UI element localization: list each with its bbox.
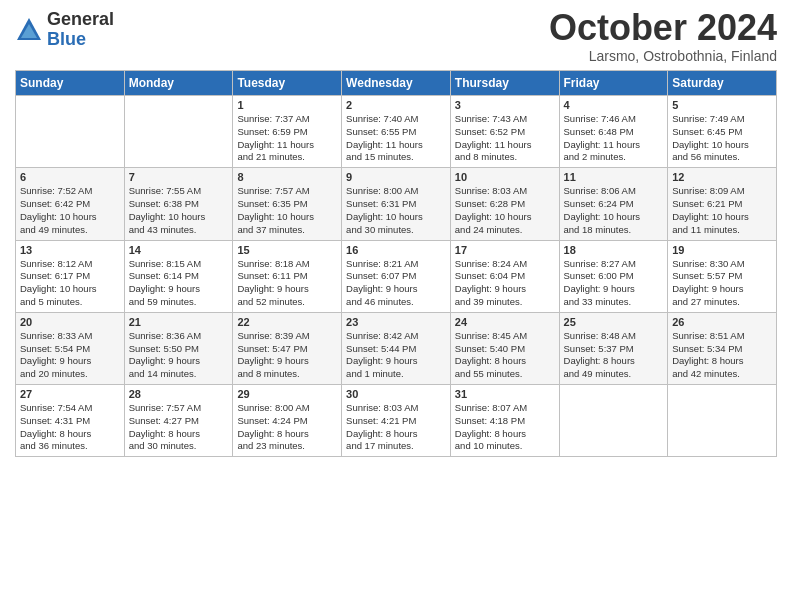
day-number: 20 — [20, 316, 120, 328]
cell-0-1 — [124, 96, 233, 168]
cell-4-1: 28Sunrise: 7:57 AM Sunset: 4:27 PM Dayli… — [124, 385, 233, 457]
day-number: 11 — [564, 171, 664, 183]
cell-0-2: 1Sunrise: 7:37 AM Sunset: 6:59 PM Daylig… — [233, 96, 342, 168]
cell-0-5: 4Sunrise: 7:46 AM Sunset: 6:48 PM Daylig… — [559, 96, 668, 168]
header-wednesday: Wednesday — [342, 71, 451, 96]
cell-3-4: 24Sunrise: 8:45 AM Sunset: 5:40 PM Dayli… — [450, 312, 559, 384]
cell-content: Sunrise: 8:00 AM Sunset: 6:31 PM Dayligh… — [346, 185, 446, 236]
cell-content: Sunrise: 7:49 AM Sunset: 6:45 PM Dayligh… — [672, 113, 772, 164]
title-area: October 2024 Larsmo, Ostrobothnia, Finla… — [549, 10, 777, 64]
cell-1-5: 11Sunrise: 8:06 AM Sunset: 6:24 PM Dayli… — [559, 168, 668, 240]
cell-2-2: 15Sunrise: 8:18 AM Sunset: 6:11 PM Dayli… — [233, 240, 342, 312]
cell-4-2: 29Sunrise: 8:00 AM Sunset: 4:24 PM Dayli… — [233, 385, 342, 457]
cell-content: Sunrise: 8:30 AM Sunset: 5:57 PM Dayligh… — [672, 258, 772, 309]
cell-content: Sunrise: 8:42 AM Sunset: 5:44 PM Dayligh… — [346, 330, 446, 381]
day-number: 1 — [237, 99, 337, 111]
week-row-3: 20Sunrise: 8:33 AM Sunset: 5:54 PM Dayli… — [16, 312, 777, 384]
header-monday: Monday — [124, 71, 233, 96]
cell-3-2: 22Sunrise: 8:39 AM Sunset: 5:47 PM Dayli… — [233, 312, 342, 384]
cell-content: Sunrise: 8:03 AM Sunset: 6:28 PM Dayligh… — [455, 185, 555, 236]
cell-content: Sunrise: 8:06 AM Sunset: 6:24 PM Dayligh… — [564, 185, 664, 236]
cell-3-5: 25Sunrise: 8:48 AM Sunset: 5:37 PM Dayli… — [559, 312, 668, 384]
cell-content: Sunrise: 8:09 AM Sunset: 6:21 PM Dayligh… — [672, 185, 772, 236]
day-number: 26 — [672, 316, 772, 328]
cell-2-4: 17Sunrise: 8:24 AM Sunset: 6:04 PM Dayli… — [450, 240, 559, 312]
cell-0-3: 2Sunrise: 7:40 AM Sunset: 6:55 PM Daylig… — [342, 96, 451, 168]
header-friday: Friday — [559, 71, 668, 96]
cell-4-5 — [559, 385, 668, 457]
cell-content: Sunrise: 8:18 AM Sunset: 6:11 PM Dayligh… — [237, 258, 337, 309]
header-row: Sunday Monday Tuesday Wednesday Thursday… — [16, 71, 777, 96]
cell-2-5: 18Sunrise: 8:27 AM Sunset: 6:00 PM Dayli… — [559, 240, 668, 312]
week-row-2: 13Sunrise: 8:12 AM Sunset: 6:17 PM Dayli… — [16, 240, 777, 312]
day-number: 8 — [237, 171, 337, 183]
cell-1-2: 8Sunrise: 7:57 AM Sunset: 6:35 PM Daylig… — [233, 168, 342, 240]
week-row-1: 6Sunrise: 7:52 AM Sunset: 6:42 PM Daylig… — [16, 168, 777, 240]
day-number: 27 — [20, 388, 120, 400]
cell-0-0 — [16, 96, 125, 168]
location: Larsmo, Ostrobothnia, Finland — [549, 48, 777, 64]
cell-content: Sunrise: 8:07 AM Sunset: 4:18 PM Dayligh… — [455, 402, 555, 453]
month-title: October 2024 — [549, 10, 777, 46]
logo-icon — [15, 16, 43, 44]
cell-content: Sunrise: 7:52 AM Sunset: 6:42 PM Dayligh… — [20, 185, 120, 236]
day-number: 19 — [672, 244, 772, 256]
logo-text: General Blue — [47, 10, 114, 50]
cell-2-1: 14Sunrise: 8:15 AM Sunset: 6:14 PM Dayli… — [124, 240, 233, 312]
cell-content: Sunrise: 8:33 AM Sunset: 5:54 PM Dayligh… — [20, 330, 120, 381]
logo-general: General — [47, 10, 114, 30]
day-number: 30 — [346, 388, 446, 400]
cell-content: Sunrise: 8:12 AM Sunset: 6:17 PM Dayligh… — [20, 258, 120, 309]
cell-content: Sunrise: 8:00 AM Sunset: 4:24 PM Dayligh… — [237, 402, 337, 453]
cell-content: Sunrise: 8:45 AM Sunset: 5:40 PM Dayligh… — [455, 330, 555, 381]
cell-1-6: 12Sunrise: 8:09 AM Sunset: 6:21 PM Dayli… — [668, 168, 777, 240]
cell-content: Sunrise: 8:27 AM Sunset: 6:00 PM Dayligh… — [564, 258, 664, 309]
cell-content: Sunrise: 8:03 AM Sunset: 4:21 PM Dayligh… — [346, 402, 446, 453]
day-number: 23 — [346, 316, 446, 328]
cell-3-1: 21Sunrise: 8:36 AM Sunset: 5:50 PM Dayli… — [124, 312, 233, 384]
calendar-body: 1Sunrise: 7:37 AM Sunset: 6:59 PM Daylig… — [16, 96, 777, 457]
cell-2-6: 19Sunrise: 8:30 AM Sunset: 5:57 PM Dayli… — [668, 240, 777, 312]
day-number: 13 — [20, 244, 120, 256]
day-number: 17 — [455, 244, 555, 256]
logo-blue: Blue — [47, 30, 114, 50]
day-number: 29 — [237, 388, 337, 400]
calendar-header: Sunday Monday Tuesday Wednesday Thursday… — [16, 71, 777, 96]
logo: General Blue — [15, 10, 114, 50]
cell-1-1: 7Sunrise: 7:55 AM Sunset: 6:38 PM Daylig… — [124, 168, 233, 240]
day-number: 24 — [455, 316, 555, 328]
cell-1-0: 6Sunrise: 7:52 AM Sunset: 6:42 PM Daylig… — [16, 168, 125, 240]
day-number: 21 — [129, 316, 229, 328]
week-row-0: 1Sunrise: 7:37 AM Sunset: 6:59 PM Daylig… — [16, 96, 777, 168]
calendar-table: Sunday Monday Tuesday Wednesday Thursday… — [15, 70, 777, 457]
day-number: 5 — [672, 99, 772, 111]
cell-content: Sunrise: 8:15 AM Sunset: 6:14 PM Dayligh… — [129, 258, 229, 309]
cell-content: Sunrise: 7:46 AM Sunset: 6:48 PM Dayligh… — [564, 113, 664, 164]
day-number: 14 — [129, 244, 229, 256]
week-row-4: 27Sunrise: 7:54 AM Sunset: 4:31 PM Dayli… — [16, 385, 777, 457]
cell-content: Sunrise: 7:54 AM Sunset: 4:31 PM Dayligh… — [20, 402, 120, 453]
cell-content: Sunrise: 8:39 AM Sunset: 5:47 PM Dayligh… — [237, 330, 337, 381]
cell-content: Sunrise: 7:40 AM Sunset: 6:55 PM Dayligh… — [346, 113, 446, 164]
cell-content: Sunrise: 8:51 AM Sunset: 5:34 PM Dayligh… — [672, 330, 772, 381]
day-number: 18 — [564, 244, 664, 256]
day-number: 16 — [346, 244, 446, 256]
cell-content: Sunrise: 7:43 AM Sunset: 6:52 PM Dayligh… — [455, 113, 555, 164]
day-number: 22 — [237, 316, 337, 328]
cell-content: Sunrise: 7:55 AM Sunset: 6:38 PM Dayligh… — [129, 185, 229, 236]
cell-content: Sunrise: 8:48 AM Sunset: 5:37 PM Dayligh… — [564, 330, 664, 381]
cell-1-4: 10Sunrise: 8:03 AM Sunset: 6:28 PM Dayli… — [450, 168, 559, 240]
day-number: 3 — [455, 99, 555, 111]
calendar-page: General Blue October 2024 Larsmo, Ostrob… — [0, 0, 792, 467]
day-number: 4 — [564, 99, 664, 111]
cell-0-4: 3Sunrise: 7:43 AM Sunset: 6:52 PM Daylig… — [450, 96, 559, 168]
day-number: 9 — [346, 171, 446, 183]
cell-content: Sunrise: 8:36 AM Sunset: 5:50 PM Dayligh… — [129, 330, 229, 381]
day-number: 25 — [564, 316, 664, 328]
cell-3-3: 23Sunrise: 8:42 AM Sunset: 5:44 PM Dayli… — [342, 312, 451, 384]
cell-4-3: 30Sunrise: 8:03 AM Sunset: 4:21 PM Dayli… — [342, 385, 451, 457]
cell-4-0: 27Sunrise: 7:54 AM Sunset: 4:31 PM Dayli… — [16, 385, 125, 457]
day-number: 31 — [455, 388, 555, 400]
header: General Blue October 2024 Larsmo, Ostrob… — [15, 10, 777, 64]
cell-4-6 — [668, 385, 777, 457]
